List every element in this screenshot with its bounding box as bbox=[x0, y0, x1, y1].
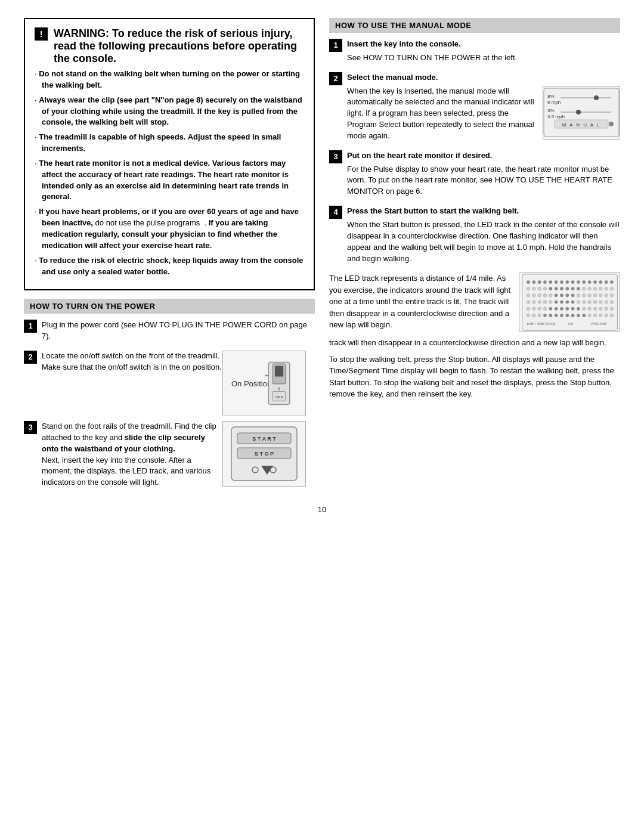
manual-step-1-text: See HOW TO TURN ON THE POWER at the left… bbox=[347, 52, 620, 64]
warning-bullet-4: The heart rate monitor is not a medical … bbox=[35, 158, 304, 203]
svg-point-24 bbox=[576, 110, 581, 114]
svg-point-75 bbox=[604, 294, 608, 298]
svg-point-99 bbox=[560, 307, 564, 311]
svg-point-69 bbox=[571, 294, 574, 298]
manual-step-number-1: 1 bbox=[329, 39, 342, 52]
svg-point-42 bbox=[599, 280, 602, 284]
step-2-image-col: On Position OFF bbox=[222, 351, 315, 416]
svg-point-122 bbox=[599, 314, 602, 317]
turn-on-step-3: 3 Stand on the foot rails of the treadmi… bbox=[24, 421, 315, 488]
manual-step-4-text: When the Start button is pressed, the LE… bbox=[347, 219, 620, 264]
switch-diagram-svg: OFF bbox=[261, 360, 297, 407]
svg-point-86 bbox=[577, 301, 580, 304]
step-3-image-col: S T A R T S T O P bbox=[222, 421, 315, 488]
warning-bullet-5-normal: do not use the pulse programs . bbox=[95, 218, 209, 227]
warning-bullet-5: If you have heart problems, or if you ar… bbox=[35, 206, 304, 251]
svg-point-43 bbox=[604, 280, 608, 284]
svg-point-117 bbox=[571, 314, 574, 317]
svg-text:KM: KM bbox=[568, 322, 573, 326]
svg-text:4.5 mph: 4.5 mph bbox=[547, 114, 565, 119]
svg-point-95 bbox=[537, 307, 541, 311]
svg-point-66 bbox=[554, 294, 558, 298]
svg-point-40 bbox=[587, 280, 591, 284]
svg-point-49 bbox=[549, 287, 552, 291]
svg-point-65 bbox=[549, 294, 552, 298]
page-container: ! WARNING: To reduce the risk of serious… bbox=[24, 18, 620, 514]
manual-step-3-bold: Put on the heart rate monitor if desired… bbox=[347, 151, 492, 160]
svg-point-33 bbox=[549, 280, 552, 284]
turn-on-header: HOW TO TURN ON THE POWER bbox=[24, 299, 315, 314]
svg-point-85 bbox=[571, 301, 574, 304]
warning-title-text: WARNING: To reduce the risk of serious i… bbox=[54, 27, 304, 65]
svg-text:1/4MI / 400M TRACK: 1/4MI / 400M TRACK bbox=[527, 322, 556, 326]
svg-point-53 bbox=[571, 287, 574, 291]
manual-step-3-content: Put on the heart rate monitor if desired… bbox=[347, 150, 620, 200]
led-track-svg: 1/4MI / 400M TRACK KM PROGRAM bbox=[518, 273, 622, 332]
svg-point-32 bbox=[543, 280, 547, 284]
svg-point-118 bbox=[577, 314, 580, 317]
svg-point-72 bbox=[587, 294, 591, 298]
svg-point-64 bbox=[543, 294, 547, 298]
svg-point-100 bbox=[565, 307, 569, 311]
manual-step-1: 1 Insert the key into the console. See H… bbox=[329, 39, 620, 66]
svg-point-82 bbox=[554, 301, 558, 304]
left-column: ! WARNING: To reduce the risk of serious… bbox=[24, 18, 315, 493]
svg-point-98 bbox=[554, 307, 558, 311]
svg-rect-2 bbox=[275, 366, 283, 377]
manual-mode-svg: 8% 6 mph 3% 4.5 mph M A N U A L bbox=[543, 87, 620, 138]
svg-point-29 bbox=[527, 280, 530, 284]
svg-point-124 bbox=[610, 314, 614, 317]
svg-point-108 bbox=[610, 307, 614, 311]
svg-text:S T A R T: S T A R T bbox=[252, 436, 276, 442]
manual-step-4: 4 Press the Start button to start the wa… bbox=[329, 206, 620, 267]
svg-point-67 bbox=[560, 294, 564, 298]
warning-bullet-2: Always wear the clip (see part "N"on pag… bbox=[35, 95, 304, 129]
svg-point-35 bbox=[560, 280, 564, 284]
svg-point-38 bbox=[577, 280, 580, 284]
svg-point-88 bbox=[587, 301, 591, 304]
manual-step-2-bold: Select the manual mode. bbox=[347, 73, 438, 82]
svg-point-96 bbox=[543, 307, 547, 311]
svg-point-119 bbox=[582, 314, 586, 317]
svg-point-89 bbox=[593, 301, 597, 304]
svg-point-83 bbox=[560, 301, 564, 304]
step-3-bold: slide the clip securely onto the waistba… bbox=[42, 433, 205, 453]
svg-point-74 bbox=[599, 294, 602, 298]
svg-point-107 bbox=[604, 307, 608, 311]
warning-bullet-3-text: The treadmill is capable of high speeds.… bbox=[39, 132, 281, 153]
warning-title: ! WARNING: To reduce the risk of serious… bbox=[35, 27, 304, 65]
svg-point-44 bbox=[610, 280, 614, 284]
svg-point-57 bbox=[593, 287, 597, 291]
svg-point-121 bbox=[593, 314, 597, 317]
svg-point-62 bbox=[532, 294, 535, 298]
step-2-para: Locate the on/off switch on the front of… bbox=[42, 351, 222, 373]
svg-point-48 bbox=[543, 287, 547, 291]
track-para: The LED track represents a distance of 1… bbox=[329, 272, 513, 331]
svg-point-94 bbox=[532, 307, 535, 311]
svg-point-111 bbox=[537, 314, 541, 317]
manual-step-3-text: For the Pulse display to show your heart… bbox=[347, 164, 620, 198]
svg-point-103 bbox=[582, 307, 586, 311]
svg-point-123 bbox=[604, 314, 608, 317]
page-number: 10 bbox=[24, 505, 620, 514]
right-column: HOW TO USE THE MANUAL MODE 1 Insert the … bbox=[329, 18, 620, 493]
manual-step-number-3: 3 bbox=[329, 150, 342, 163]
svg-point-54 bbox=[577, 287, 580, 291]
svg-point-27 bbox=[609, 122, 614, 126]
step-1-text: Plug in the power cord (see HOW TO PLUG … bbox=[42, 320, 315, 342]
track-continuation: track will then disappear in a countercl… bbox=[329, 337, 620, 349]
svg-point-51 bbox=[560, 287, 564, 291]
svg-point-59 bbox=[604, 287, 608, 291]
svg-point-97 bbox=[549, 307, 552, 311]
svg-point-110 bbox=[532, 314, 535, 317]
manual-mode-header: HOW TO USE THE MANUAL MODE bbox=[329, 18, 620, 33]
svg-point-58 bbox=[599, 287, 602, 291]
svg-point-87 bbox=[582, 301, 586, 304]
svg-point-102 bbox=[577, 307, 580, 311]
svg-point-101 bbox=[571, 307, 574, 311]
svg-text:S T O P: S T O P bbox=[255, 451, 274, 457]
manual-step-2-content: Select the manual mode. When the key is … bbox=[347, 72, 620, 144]
svg-point-112 bbox=[543, 314, 547, 317]
warning-icon: ! bbox=[35, 27, 48, 41]
svg-point-78 bbox=[532, 301, 535, 304]
